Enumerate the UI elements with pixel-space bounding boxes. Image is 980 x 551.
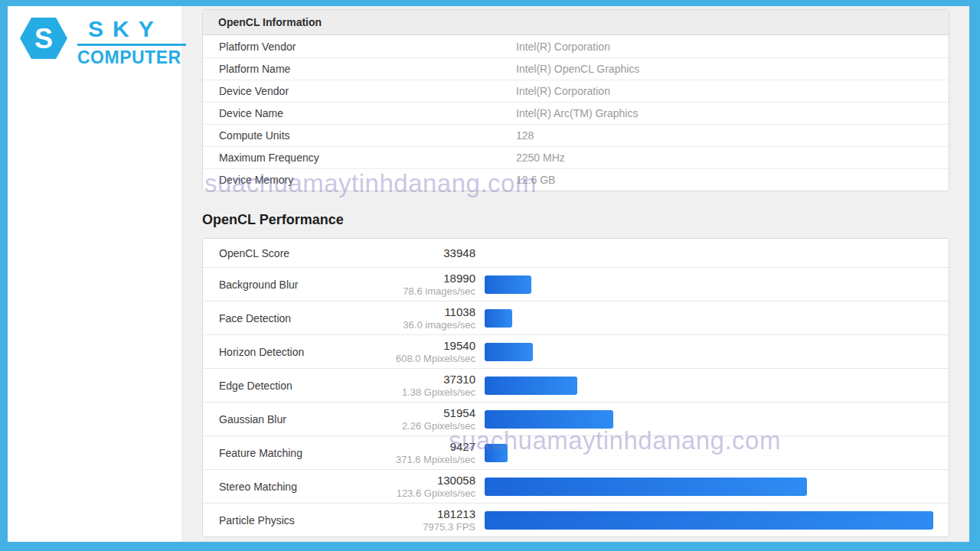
opencl-performance-table: OpenCL Score 33948 Background Blur 18990…: [202, 238, 949, 537]
info-row-label: Device Name: [203, 107, 516, 119]
opencl-score-value: 33948: [379, 246, 475, 259]
brand-name-top: SKY: [77, 16, 186, 43]
score-bar: [485, 410, 613, 429]
info-row-value: Intel(R) Corporation: [516, 41, 610, 53]
benchmark-row: Feature Matching 9427 371.6 Mpixels/sec: [203, 435, 949, 469]
info-row-value: 2250 MHz: [516, 152, 565, 164]
benchmark-bar-cell: [485, 511, 933, 530]
benchmark-row: Gaussian Blur 51954 2.26 Gpixels/sec: [203, 402, 949, 435]
info-table-row: Device Name Intel(R) Arc(TM) Graphics: [203, 102, 949, 124]
info-row-value: Intel(R) Arc(TM) Graphics: [516, 107, 638, 119]
benchmark-rate: 371.6 Mpixels/sec: [379, 454, 475, 465]
benchmark-metric: 181213 7975.3 FPS: [379, 507, 475, 533]
benchmark-bar-cell: [485, 478, 807, 496]
brand-divider: [77, 44, 186, 46]
benchmark-rate: 123.6 Gpixels/sec: [379, 487, 475, 499]
benchmark-score: 9427: [379, 440, 475, 453]
info-table-row: Platform Vendor Intel(R) Corporation: [203, 35, 949, 57]
benchmark-row: Background Blur 18990 78.6 images/sec: [203, 267, 949, 301]
sidebar: S SKY COMPUTER: [8, 6, 181, 542]
benchmark-rate: 78.6 images/sec: [379, 285, 475, 297]
info-row-label: Device Vendor: [203, 85, 516, 97]
opencl-score-row: OpenCL Score 33948: [203, 239, 949, 267]
info-table-row: Device Memory 12.6 GB: [203, 168, 949, 191]
benchmark-metric: 11038 36.0 images/sec: [379, 305, 475, 331]
benchmark-label: Particle Physics: [203, 514, 379, 527]
hexagon-s-logo-icon: S: [19, 16, 68, 64]
info-row-value: 12.6 GB: [516, 174, 555, 186]
main-content: OpenCL Information Platform Vendor Intel…: [181, 6, 969, 542]
brand-logo: S SKY COMPUTER: [8, 6, 181, 67]
benchmark-rate: 1.38 Gpixels/sec: [379, 386, 475, 398]
benchmark-score: 51954: [379, 406, 475, 419]
score-bar: [485, 478, 807, 496]
benchmark-label: Gaussian Blur: [203, 413, 379, 425]
score-bar: [485, 343, 533, 361]
benchmark-score: 18990: [379, 272, 475, 285]
benchmark-rate: 2.26 Gpixels/sec: [379, 420, 475, 432]
opencl-information-table: OpenCL Information Platform Vendor Intel…: [202, 9, 949, 191]
svg-text:S: S: [34, 23, 53, 54]
score-bar: [485, 309, 512, 328]
benchmark-score: 37310: [379, 373, 475, 386]
benchmark-metric: 130058 123.6 Gpixels/sec: [379, 474, 475, 499]
benchmark-rate: 7975.3 FPS: [379, 521, 475, 533]
score-bar: [485, 377, 577, 395]
benchmark-metric: 51954 2.26 Gpixels/sec: [379, 406, 475, 432]
brand-name: SKY COMPUTER: [77, 16, 186, 67]
info-table-title: OpenCL Information: [203, 10, 949, 35]
info-row-label: Maximum Frequency: [203, 152, 516, 164]
benchmark-rows: Background Blur 18990 78.6 images/sec Fa…: [203, 267, 949, 536]
info-table-row: Maximum Frequency 2250 MHz: [203, 146, 949, 168]
info-row-value: Intel(R) OpenCL Graphics: [516, 63, 639, 75]
score-bar: [485, 511, 933, 530]
benchmark-metric: 37310 1.38 Gpixels/sec: [379, 373, 475, 398]
benchmark-bar-cell: [485, 444, 508, 462]
benchmark-row: Particle Physics 181213 7975.3 FPS: [203, 503, 949, 536]
benchmark-label: Background Blur: [203, 279, 379, 291]
brand-name-bottom: COMPUTER: [77, 47, 186, 67]
benchmark-score: 130058: [379, 474, 475, 487]
benchmark-metric: 18990 78.6 images/sec: [379, 272, 475, 297]
benchmark-row: Horizon Detection 19540 608.0 Mpixels/se…: [203, 334, 949, 368]
benchmark-row: Edge Detection 37310 1.38 Gpixels/sec: [203, 368, 949, 402]
info-row-value: 128: [516, 129, 534, 142]
benchmark-row: Face Detection 11038 36.0 images/sec: [203, 301, 949, 334]
benchmark-rate: 608.0 Mpixels/sec: [379, 353, 475, 364]
benchmark-rate: 36.0 images/sec: [379, 319, 475, 331]
performance-section-title: OpenCL Performance: [202, 212, 969, 228]
score-bar: [485, 276, 531, 294]
info-row-value: Intel(R) Corporation: [516, 85, 610, 97]
info-row-label: Platform Name: [203, 63, 516, 75]
benchmark-score: 181213: [379, 507, 475, 520]
info-table-row: Device Vendor Intel(R) Corporation: [203, 80, 949, 102]
benchmark-bar-cell: [485, 410, 613, 429]
page-background: S SKY COMPUTER OpenCL Information Platfo…: [8, 6, 969, 542]
benchmark-metric: 9427 371.6 Mpixels/sec: [379, 440, 475, 465]
benchmark-bar-cell: [485, 276, 531, 294]
benchmark-label: Stereo Matching: [203, 481, 379, 493]
score-label: OpenCL Score: [203, 247, 379, 259]
info-row-label: Device Memory: [203, 174, 516, 186]
benchmark-score: 11038: [379, 305, 475, 318]
benchmark-bar-cell: [485, 309, 512, 328]
info-row-label: Compute Units: [203, 129, 516, 142]
benchmark-label: Edge Detection: [203, 380, 379, 392]
info-row-label: Platform Vendor: [203, 41, 516, 53]
benchmark-row: Stereo Matching 130058 123.6 Gpixels/sec: [203, 469, 949, 503]
benchmark-bar-cell: [485, 343, 533, 361]
benchmark-metric: 19540 608.0 Mpixels/sec: [379, 339, 475, 364]
info-table-row: Compute Units 128: [203, 124, 949, 146]
benchmark-score: 19540: [379, 339, 475, 352]
benchmark-label: Face Detection: [203, 312, 379, 324]
score-bar: [485, 444, 508, 462]
benchmark-bar-cell: [485, 377, 577, 395]
info-table-rows: Platform Vendor Intel(R) Corporation Pla…: [203, 35, 949, 191]
benchmark-label: Feature Matching: [203, 447, 379, 459]
info-table-row: Platform Name Intel(R) OpenCL Graphics: [203, 57, 949, 80]
benchmark-label: Horizon Detection: [203, 346, 379, 358]
